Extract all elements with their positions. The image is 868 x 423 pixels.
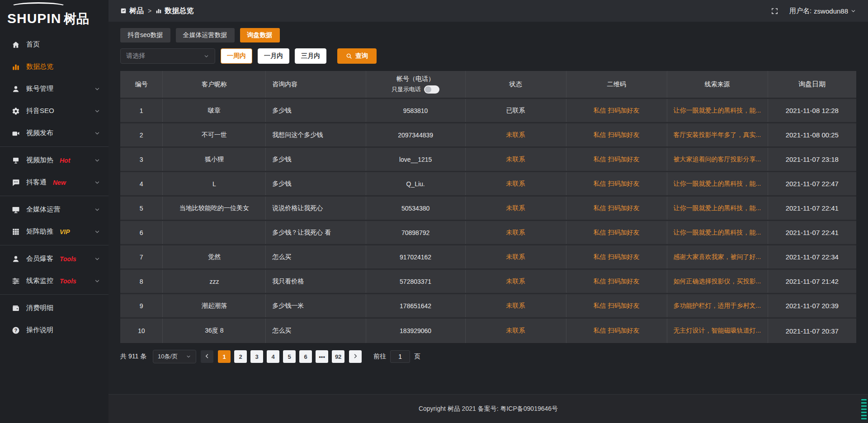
cell-source-link[interactable]: 如何正确选择投影仪，买投影... <box>667 270 768 293</box>
cell-qrcode-link[interactable]: 私信 扫码加好友 <box>566 148 667 171</box>
sidebar-item-consume-detail[interactable]: 消费明细 <box>0 297 108 319</box>
page-size-select[interactable]: 10条/页 <box>153 350 196 363</box>
date-range-button[interactable]: 一月内 <box>258 48 289 64</box>
breadcrumb-item-data-overview[interactable]: 数据总览 <box>156 6 193 16</box>
app-icon <box>120 8 127 14</box>
table-row: 8 zzz 我只看价格 572803371 未联系 私信 扫码加好友 如何正确选… <box>120 270 856 294</box>
chevron-down-icon <box>94 207 100 213</box>
logo-arc <box>11 2 66 10</box>
cell-id: 8 <box>120 270 163 293</box>
page-button-•••[interactable]: ••• <box>316 350 328 363</box>
cell-source-link[interactable]: 让你一眼就爱上的黑科技，能... <box>667 221 768 244</box>
phone-only-toggle[interactable] <box>424 85 439 94</box>
cell-qrcode-link[interactable]: 私信 扫码加好友 <box>566 221 667 244</box>
sidebar-item-operation-guide[interactable]: ? 操作说明 <box>0 319 108 341</box>
sliders-icon <box>12 277 20 285</box>
cell-status: 未联系 <box>466 319 566 343</box>
cell-account: 183929060 <box>366 319 466 343</box>
cell-account: 2097344839 <box>366 123 466 146</box>
page-button-1[interactable]: 1 <box>218 350 231 363</box>
cell-content: 多少钱？让我死心 看 <box>266 221 366 244</box>
sidebar-item-data-overview[interactable]: 数据总览 <box>0 56 108 78</box>
grid-icon <box>12 228 20 236</box>
topbar-right: 用户名: zswodun88 <box>771 7 856 15</box>
column-header-status: 状态 <box>466 71 566 98</box>
cell-status: 未联系 <box>466 123 566 146</box>
comment-icon <box>12 179 20 187</box>
page-button-6[interactable]: 6 <box>299 350 312 363</box>
cell-date: 2021-11-07 22:41 <box>768 197 856 220</box>
search-button[interactable]: 查询 <box>337 48 377 64</box>
cell-qrcode-link[interactable]: 私信 扫码加好友 <box>566 172 667 195</box>
next-page-button[interactable] <box>349 350 362 363</box>
tab-inquiry-data[interactable]: 询盘数据 <box>240 28 280 42</box>
table-row: 5 当地比较能吃的一位美女 说说价格让我死心 50534380 未联系 私信 扫… <box>120 197 856 221</box>
gear-icon <box>12 107 20 115</box>
sidebar-item-douyin-seo[interactable]: 抖音SEO <box>0 100 108 122</box>
page-button-2[interactable]: 2 <box>234 350 247 363</box>
breadcrumb-item-home[interactable]: 树品 <box>120 6 144 16</box>
page-button-3[interactable]: 3 <box>250 350 263 363</box>
sidebar-item-label: 全媒体运营 <box>26 205 60 214</box>
sidebar-item-video-publish[interactable]: 视频发布 <box>0 122 108 144</box>
date-range-button[interactable]: 一周内 <box>221 48 252 64</box>
floating-widget[interactable] <box>861 399 867 420</box>
page-button-92[interactable]: 92 <box>332 350 344 363</box>
cell-qrcode-link[interactable]: 私信 扫码加好友 <box>566 99 667 122</box>
sidebar-item-label: 操作说明 <box>26 326 53 334</box>
user-menu[interactable]: 用户名: zswodun88 <box>789 7 856 15</box>
cell-nickname: L <box>163 172 266 195</box>
prev-page-button[interactable] <box>201 350 213 363</box>
tab-douyin-seo-data[interactable]: 抖音seo数据 <box>120 28 170 42</box>
cell-source-link[interactable]: 客厅安装投影半年多了，真实... <box>667 123 768 146</box>
sidebar-item-label: 账号管理 <box>26 85 53 93</box>
sidebar-item-member-baoke[interactable]: 会员爆客 Tools <box>0 248 108 270</box>
cell-qrcode-link[interactable]: 私信 扫码加好友 <box>566 270 667 293</box>
cell-qrcode-link[interactable]: 私信 扫码加好友 <box>566 319 667 343</box>
sidebar-item-home[interactable]: 首页 <box>0 33 108 56</box>
chevron-down-icon <box>94 256 100 262</box>
table-row: 4 L 多少钱 Q_Liu. 未联系 私信 扫码加好友 让你一眼就爱上的黑科技，… <box>120 172 856 197</box>
cell-qrcode-link[interactable]: 私信 扫码加好友 <box>566 123 667 146</box>
sidebar-item-douketong[interactable]: 抖客通 New <box>0 171 108 193</box>
chevron-down-icon <box>94 157 100 164</box>
cell-source-link[interactable]: 让你一眼就爱上的黑科技，能... <box>667 197 768 220</box>
cell-content: 说说价格让我死心 <box>266 197 366 220</box>
footer: Copyright 树品 2021 备案号: 粤ICP备09019646号 <box>108 394 868 423</box>
sidebar-item-clue-monitor[interactable]: 线索监控 Tools <box>0 270 108 292</box>
sidebar-item-label: 首页 <box>26 40 40 49</box>
monitor-icon <box>12 206 20 214</box>
chart-mini-icon <box>156 8 162 14</box>
sidebar-item-media-operation[interactable]: 全媒体运营 <box>0 198 108 221</box>
cell-source-link[interactable]: 无主灯设计，智能磁吸轨道灯... <box>667 319 768 343</box>
sidebar-item-account-management[interactable]: 账号管理 <box>0 78 108 100</box>
table-row: 1 啵章 多少钱 9583810 已联系 私信 扫码加好友 让你一眼就爱上的黑科… <box>120 99 856 123</box>
content: 抖音seo数据全媒体运营数据询盘数据 请选择 一周内一月内三月内 查询 编号 客… <box>108 22 868 394</box>
filter-select[interactable]: 请选择 <box>120 48 215 64</box>
sidebar-item-label: 消费明细 <box>26 304 53 312</box>
sidebar-item-matrix-boost[interactable]: 矩阵助推 VIP <box>0 221 108 243</box>
chevron-down-icon <box>94 130 100 136</box>
cell-source-link[interactable]: 被大家追着问的客厅投影分享... <box>667 148 768 171</box>
cell-source-link[interactable]: 感谢大家喜欢我家，被问了好... <box>667 245 768 268</box>
menu-divider <box>0 245 108 245</box>
cell-date: 2021-11-07 21:42 <box>768 270 856 293</box>
cell-date: 2021-11-07 22:41 <box>768 221 856 244</box>
cell-nickname: zzz <box>163 270 266 293</box>
page-button-4[interactable]: 4 <box>267 350 279 363</box>
cell-source-link[interactable]: 多功能护栏灯，适用于乡村文... <box>667 294 768 317</box>
sidebar-item-video-heating[interactable]: 视频加热 Hot <box>0 149 108 171</box>
date-range-button[interactable]: 三月内 <box>295 48 326 64</box>
goto-page-input[interactable] <box>390 350 410 363</box>
page-button-5[interactable]: 5 <box>283 350 296 363</box>
cell-qrcode-link[interactable]: 私信 扫码加好友 <box>566 197 667 220</box>
cell-qrcode-link[interactable]: 私信 扫码加好友 <box>566 245 667 268</box>
cell-source-link[interactable]: 让你一眼就爱上的黑科技，能... <box>667 172 768 195</box>
tab-media-operation-data[interactable]: 全媒体运营数据 <box>176 28 235 42</box>
fullscreen-icon[interactable] <box>771 7 778 15</box>
cell-qrcode-link[interactable]: 私信 扫码加好友 <box>566 294 667 317</box>
table-row: 9 潮起潮落 多少钱一米 178651642 未联系 私信 扫码加好友 多功能护… <box>120 294 856 319</box>
wallet-icon <box>12 304 20 312</box>
cell-source-link[interactable]: 让你一眼就爱上的黑科技，能... <box>667 99 768 122</box>
cell-account: 9583810 <box>366 99 466 122</box>
